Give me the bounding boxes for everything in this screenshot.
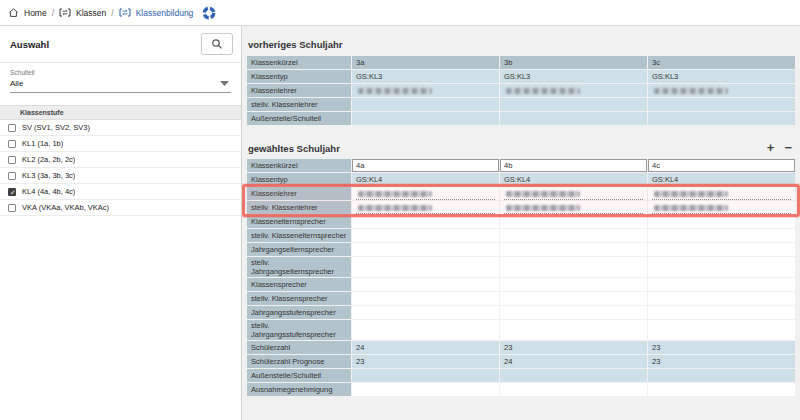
checkbox-unchecked[interactable] <box>8 124 16 132</box>
klassenstufe-row[interactable]: KL4 (4a, 4b, 4c) <box>0 184 241 200</box>
checkbox-checked[interactable] <box>8 188 16 196</box>
selected-year-header: gewähltes Schuljahr + − <box>246 142 796 154</box>
klassenstufe-list: SV (SV1, SV2, SV3)KL1 (1a, 1b)KL2 (2a, 2… <box>0 120 241 216</box>
data-cell[interactable]: 4b <box>500 159 647 172</box>
klassen-icon <box>59 8 71 17</box>
redacted-name-cell[interactable] <box>500 187 647 200</box>
blurred-name <box>654 88 728 94</box>
data-cell[interactable] <box>500 278 647 291</box>
breadcrumb-separator: / <box>52 8 54 18</box>
data-cell[interactable] <box>648 306 795 319</box>
data-cell: 3b <box>500 56 647 69</box>
redacted-name-cell <box>500 84 647 97</box>
klassenstufe-row[interactable]: KL1 (1a, 1b) <box>0 136 241 152</box>
data-cell[interactable] <box>500 320 647 340</box>
row-label: stellv. Jahrgangsstufensprecher <box>247 320 351 340</box>
row-label: Außenstelle/Schulteil <box>247 112 351 125</box>
data-cell[interactable] <box>500 306 647 319</box>
data-cell[interactable] <box>500 215 647 228</box>
data-cell <box>500 98 647 111</box>
add-class-button[interactable]: + <box>767 142 775 154</box>
redacted-name-cell[interactable] <box>648 201 795 214</box>
breadcrumb-klassen[interactable]: Klassen <box>76 8 106 18</box>
table-row: KlassentypGS:KL4GS:KL4GS:KL4 <box>247 173 795 186</box>
klassenstufe-row[interactable]: SV (SV1, SV2, SV3) <box>0 120 241 136</box>
remove-class-button[interactable]: − <box>784 142 792 154</box>
table-row: KlassentypGS:KL3GS:KL3GS:KL3 <box>247 70 795 83</box>
data-cell[interactable] <box>648 278 795 291</box>
data-cell[interactable] <box>352 383 499 396</box>
selection-sidebar: Auswahl Schulteil Alle Klassenstufe SV (… <box>0 26 242 420</box>
sidebar-header: Auswahl <box>0 26 241 63</box>
data-cell: GS:KL4 <box>648 173 795 186</box>
breadcrumb-home[interactable]: Home <box>24 8 47 18</box>
redacted-name-cell <box>648 84 795 97</box>
row-label: Klassentyp <box>247 173 351 186</box>
row-label: Klassenkürzel <box>247 159 351 172</box>
data-cell: GS:KL3 <box>352 70 499 83</box>
redacted-name-cell <box>352 84 499 97</box>
checkbox-unchecked[interactable] <box>8 140 16 148</box>
data-cell[interactable] <box>648 320 795 340</box>
klassenstufe-row[interactable]: KL3 (3a, 3b, 3c) <box>0 168 241 184</box>
data-cell: 3a <box>352 56 499 69</box>
row-label: Schülerzahl <box>247 341 351 354</box>
search-icon <box>211 38 223 50</box>
data-cell[interactable] <box>648 243 795 256</box>
data-cell[interactable] <box>352 257 499 277</box>
row-label: stellv. Klassenlehrer <box>247 201 351 214</box>
data-cell[interactable] <box>352 229 499 242</box>
data-cell[interactable] <box>352 320 499 340</box>
data-cell[interactable] <box>500 383 647 396</box>
redacted-name-cell[interactable] <box>352 187 499 200</box>
row-label: Jahrgangsstufensprecher <box>247 306 351 319</box>
redacted-name-cell[interactable] <box>352 201 499 214</box>
klassenstufe-row[interactable]: KL2 (2a, 2b, 2c) <box>0 152 241 168</box>
data-cell[interactable] <box>352 243 499 256</box>
data-cell[interactable] <box>648 383 795 396</box>
checkbox-unchecked[interactable] <box>8 204 16 212</box>
data-cell[interactable] <box>648 215 795 228</box>
blurred-name <box>506 205 580 211</box>
data-cell[interactable]: 4a <box>352 159 499 172</box>
data-cell[interactable] <box>500 292 647 305</box>
table-row: Schülerzahl242323 <box>247 341 795 354</box>
schulteil-selected-value: Alle <box>10 79 23 88</box>
table-row: Außenstelle/Schulteil <box>247 112 795 125</box>
data-cell[interactable] <box>500 243 647 256</box>
row-label: stellv. Klassensprecher <box>247 292 351 305</box>
redacted-name-cell[interactable] <box>500 201 647 214</box>
row-label: Ausnahmegenehmigung <box>247 383 351 396</box>
klassenstufe-row[interactable]: VKA (VKAa, VKAb, VKAc) <box>0 200 241 216</box>
data-cell[interactable] <box>352 292 499 305</box>
data-cell[interactable]: 4c <box>648 159 795 172</box>
breadcrumb-klassenbildung[interactable]: Klassenbildung <box>136 8 194 18</box>
row-label: Klassensprecher <box>247 278 351 291</box>
checkbox-unchecked[interactable] <box>8 156 16 164</box>
checkbox-unchecked[interactable] <box>8 172 16 180</box>
row-label: stellv. Klassenelternsprecher <box>247 229 351 242</box>
search-button[interactable] <box>201 33 233 55</box>
data-cell[interactable] <box>648 257 795 277</box>
schulteil-select[interactable]: Alle <box>10 76 231 93</box>
sidebar-title: Auswahl <box>10 39 49 50</box>
data-cell: 23 <box>500 341 647 354</box>
data-cell[interactable] <box>352 306 499 319</box>
table-row: Außenstelle/Schulteil <box>247 369 795 382</box>
data-cell[interactable] <box>352 278 499 291</box>
data-cell[interactable] <box>352 215 499 228</box>
table-row: Ausnahmegenehmigung <box>247 383 795 396</box>
home-icon[interactable] <box>8 7 19 18</box>
data-cell[interactable] <box>500 257 647 277</box>
row-label: Klassenlehrer <box>247 84 351 97</box>
table-row: Klassenkürzel3a3b3c <box>247 56 795 69</box>
redacted-name-cell[interactable] <box>648 187 795 200</box>
data-cell[interactable] <box>648 229 795 242</box>
schulteil-filter: Schulteil Alle <box>0 63 241 93</box>
data-cell: 23 <box>648 355 795 368</box>
table-row: stellv. Klassensprecher <box>247 292 795 305</box>
data-cell <box>648 112 795 125</box>
selected-year-table-wrap: Klassenkürzel4a4b4cKlassentypGS:KL4GS:KL… <box>246 158 796 397</box>
data-cell[interactable] <box>500 229 647 242</box>
data-cell[interactable] <box>648 292 795 305</box>
